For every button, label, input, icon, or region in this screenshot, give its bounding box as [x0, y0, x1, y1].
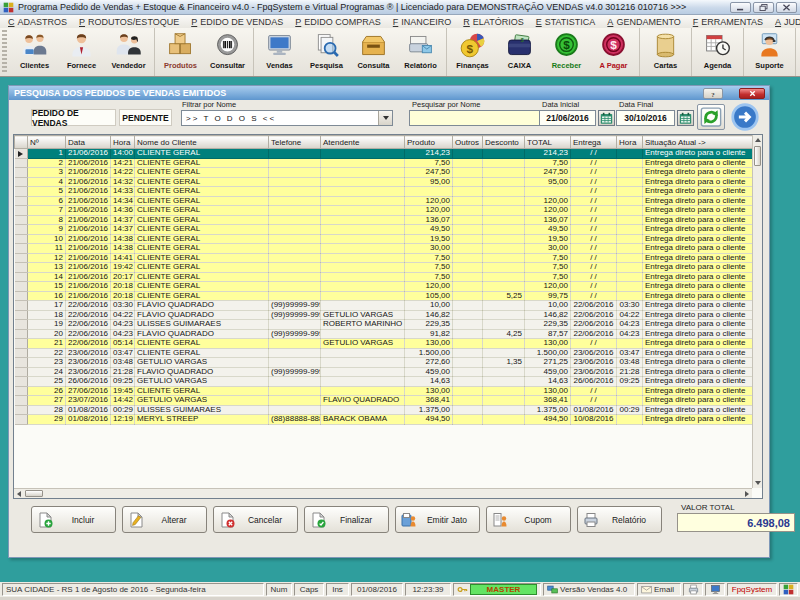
col-header-total[interactable]: TOTAL — [525, 136, 571, 149]
table-row[interactable]: 921/06/201614:37CLIENTE GERAL49,5049,50/… — [15, 225, 755, 235]
refresh-button[interactable] — [697, 104, 725, 130]
horizontal-scrollbar[interactable] — [14, 488, 752, 498]
col-header-data[interactable]: Data — [66, 136, 111, 149]
search-name-input[interactable] — [409, 110, 541, 126]
toolbar-vendas[interactable]: Vendas — [256, 29, 303, 70]
action-finalizar[interactable]: Finalizar — [304, 506, 389, 533]
toolbar-fornece[interactable]: Fornece — [58, 29, 105, 70]
vertical-scroll-thumb[interactable] — [754, 146, 761, 166]
toolbar-produtos[interactable]: Produtos — [157, 29, 204, 70]
table-row[interactable]: 1321/06/201619:42CLIENTE GERAL7,507,50/ … — [15, 263, 755, 273]
panel-close-button[interactable] — [739, 88, 765, 99]
date-start-input[interactable]: 21/06/2016 — [539, 110, 596, 126]
table-row[interactable]: 621/06/201614:34CLIENTE GERAL120,00120,0… — [15, 196, 755, 206]
scroll-right-arrow[interactable] — [742, 489, 752, 499]
combo-dropdown-button[interactable] — [378, 111, 392, 125]
table-row[interactable]: 721/06/201614:36CLIENTE GERAL120,00120,0… — [15, 206, 755, 216]
minimize-button[interactable] — [730, 2, 751, 13]
table-row[interactable]: 2022/06/201604:23FLÁVIO QUADRADO(99)9999… — [15, 329, 755, 339]
table-row[interactable]: 2901/08/201612:19MERYL STREEP(88)88888-8… — [15, 415, 755, 425]
table-row[interactable]: 121/06/201614:00CLIENTE GERAL214,23214,2… — [15, 149, 755, 159]
table-row[interactable]: 2801/08/201600:29ULISSES GUIMARAES1.375,… — [15, 405, 755, 415]
status-screen-button[interactable] — [705, 583, 725, 596]
table-row[interactable]: 821/06/201614:37CLIENTE GERAL136,07136,0… — [15, 215, 755, 225]
close-button[interactable] — [776, 2, 797, 13]
col-header-nome-do-cliente[interactable]: Nome do Cliente — [135, 136, 269, 149]
col-header-produto[interactable]: Produto — [405, 136, 453, 149]
table-row[interactable]: 2223/06/201603:47CLIENTE GERAL1.500,001.… — [15, 348, 755, 358]
col-header-n[interactable]: Nº — [28, 136, 66, 149]
table-row[interactable]: 1621/06/201620:18CLIENTE GERAL105,005,25… — [15, 291, 755, 301]
menu-item-ferramentas[interactable]: FERRAMENTAS — [687, 17, 769, 27]
table-row[interactable]: 521/06/201614:33CLIENTE GERAL/ /Entrega … — [15, 187, 755, 197]
action-emitir-jato[interactable]: Emitir Jato — [395, 506, 480, 533]
status-print-button[interactable] — [683, 583, 703, 596]
tab-pedido-de-vendas[interactable]: PEDIDO DE VENDAS — [31, 109, 116, 126]
go-search-button[interactable] — [731, 103, 759, 131]
table-row[interactable]: 1121/06/201614:38CLIENTE GERAL30,0030,00… — [15, 244, 755, 254]
panel-help-button[interactable] — [703, 88, 723, 99]
col-header-entrega[interactable]: Entrega — [571, 136, 617, 149]
status-email-button[interactable]: Email — [637, 583, 681, 596]
col-header-atendente[interactable]: Atendente — [321, 136, 405, 149]
col-header-hora[interactable]: Hora — [617, 136, 643, 149]
toolbar-receber[interactable]: Receber — [543, 29, 590, 70]
action-incluir[interactable]: Incluir — [31, 506, 116, 533]
table-row[interactable]: 2122/06/201605:14CLIENTE GERALGETULIO VA… — [15, 339, 755, 349]
col-header-situacao-atual[interactable]: Situação Atual -> — [643, 136, 755, 149]
action-relatorio[interactable]: Relatório — [577, 506, 662, 533]
panel-title-bar[interactable]: PESQUISA DOS PEDIDOS DE VENDAS EMITIDOS — [9, 86, 769, 100]
action-cancelar[interactable]: Cancelar — [213, 506, 298, 533]
col-header-hora[interactable]: Hora — [111, 136, 135, 149]
menu-item-produtos-estoque[interactable]: PRODUTOS/ESTOQUE — [73, 17, 185, 27]
menu-item-estatistica[interactable]: ESTATISTICA — [530, 17, 602, 27]
table-row[interactable]: 1822/06/201604:22FLÁVIO QUADRADO(99)9999… — [15, 310, 755, 320]
date-end-calendar-button[interactable] — [677, 110, 694, 126]
toolbar-consulta[interactable]: Consulta — [350, 29, 397, 70]
table-row[interactable]: 1421/06/201620:17CLIENTE GERAL7,507,50/ … — [15, 272, 755, 282]
table-row[interactable]: 321/06/201614:22CLIENTE GERAL247,50247,5… — [15, 168, 755, 178]
menu-item-agendamento[interactable]: AGENDAMENTO — [601, 17, 686, 27]
action-alterar[interactable]: Alterar — [122, 506, 207, 533]
table-row[interactable]: 2323/06/201603:48GETULIO VARGAS272,601,3… — [15, 358, 755, 368]
toolbar-consultar[interactable]: Consultar — [204, 29, 251, 70]
action-cupom[interactable]: Cupom — [486, 506, 571, 533]
table-row[interactable]: 1922/06/201604:23ULISSES GUIMARAESROBERT… — [15, 320, 755, 330]
date-start-calendar-button[interactable] — [598, 110, 615, 126]
table-row[interactable]: 1521/06/201620:18CLIENTE GERAL120,00120,… — [15, 282, 755, 292]
table-row[interactable]: 2526/06/201609:25GETULIO VARGAS14,6314,6… — [15, 377, 755, 387]
col-header-desconto[interactable]: Desconto — [483, 136, 525, 149]
menu-item-relatorios[interactable]: RELATÓRIOS — [457, 17, 529, 27]
toolbar-suporte[interactable]: Suporte — [746, 29, 793, 70]
table-row[interactable]: 421/06/201614:32CLIENTE GERAL95,0095,00/… — [15, 177, 755, 187]
horizontal-scroll-thumb[interactable] — [25, 490, 43, 497]
toolbar-vendedor[interactable]: Vendedor — [105, 29, 152, 70]
tab-pendente[interactable]: PENDENTE — [119, 109, 172, 126]
toolbar-agenda[interactable]: Agenda — [694, 29, 741, 70]
toolbar-pesquisa[interactable]: Pesquisa — [303, 29, 350, 70]
table-row[interactable]: 221/06/201614:21CLIENTE GERAL7,507,50/ /… — [15, 158, 755, 168]
col-header-outros[interactable]: Outros — [453, 136, 483, 149]
menu-item-financeiro[interactable]: FINANCEIRO — [387, 17, 458, 27]
toolbar-caixa[interactable]: CAIXA — [496, 29, 543, 70]
toolbar-clientes[interactable]: Clientes — [11, 29, 58, 70]
table-row[interactable]: 2723/07/201614:42GETULIO VARGASFLAVIO QU… — [15, 396, 755, 406]
restore-button[interactable] — [753, 2, 774, 13]
table-row[interactable]: 2627/06/201619:45CLIENTE GERAL130,00130,… — [15, 386, 755, 396]
toolbar-a-pagar[interactable]: A Pagar — [590, 29, 637, 70]
toolbar-cartas[interactable]: Cartas — [642, 29, 689, 70]
col-header-telefone[interactable]: Telefone — [269, 136, 321, 149]
table-row[interactable]: 1722/06/201603:30FLÁVIO QUADRADO(99)9999… — [15, 301, 755, 311]
scroll-left-arrow[interactable] — [14, 489, 24, 499]
scroll-down-arrow[interactable] — [753, 478, 763, 488]
date-end-input[interactable]: 30/10/2016 — [616, 110, 675, 126]
vertical-scrollbar[interactable] — [752, 135, 762, 488]
toolbar-financas[interactable]: Finanças — [449, 29, 496, 70]
table-row[interactable]: 2423/06/201621:28FLAVIO QUADRADO(99)9999… — [15, 367, 755, 377]
scroll-up-arrow[interactable] — [753, 135, 763, 145]
table-row[interactable]: 1221/06/201614:41CLIENTE GERAL7,507,50/ … — [15, 253, 755, 263]
menu-item-ajuda[interactable]: AJUDA — [769, 17, 800, 27]
menu-item-pedido-compras[interactable]: PEDIDO COMPRAS — [289, 17, 387, 27]
table-row[interactable]: 1021/06/201614:38CLIENTE GERAL19,5019,50… — [15, 234, 755, 244]
filter-name-combobox[interactable]: >> T O D O S << — [181, 110, 393, 126]
